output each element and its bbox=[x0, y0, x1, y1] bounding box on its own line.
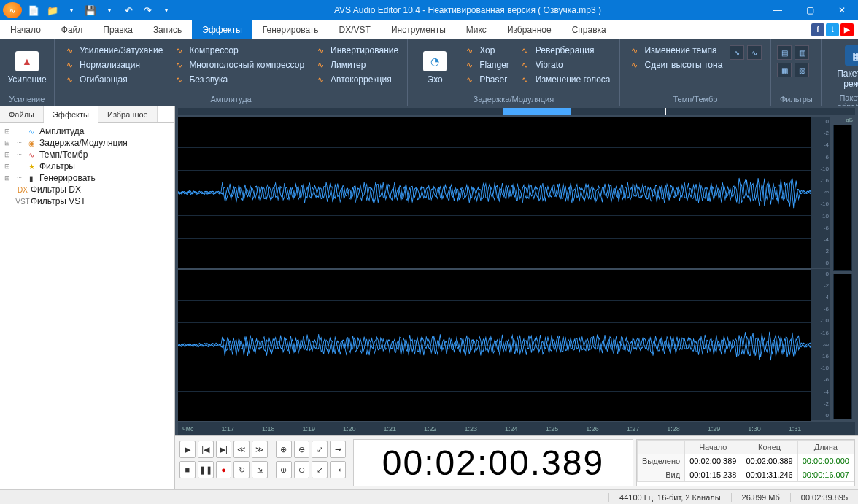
menu-файл[interactable]: Файл bbox=[51, 20, 93, 39]
qat-customize-icon[interactable]: ▾ bbox=[159, 3, 174, 18]
view-start[interactable]: 00:01:15.238 bbox=[685, 468, 741, 482]
sel-end[interactable]: 00:02:00.389 bbox=[741, 454, 797, 468]
menu-эффекты[interactable]: Эффекты bbox=[192, 20, 252, 39]
expand-icon[interactable]: ⊞ bbox=[3, 128, 12, 135]
menu-начало[interactable]: Начало bbox=[0, 20, 51, 39]
tempo-small-1-icon[interactable]: ∿ bbox=[730, 45, 744, 60]
prev-button[interactable]: |◀ bbox=[198, 441, 214, 458]
tempo-item[interactable]: ∿Сдвиг высоты тона bbox=[626, 58, 726, 71]
menu-микс[interactable]: Микс bbox=[456, 20, 497, 39]
tree-icon: ◉ bbox=[26, 138, 36, 148]
amplitude-item[interactable]: ∿Компрессор bbox=[170, 44, 307, 57]
zoom-out-button[interactable]: ⊖ bbox=[294, 441, 310, 458]
amplitude-item[interactable]: ∿Многополосный компрессор bbox=[170, 58, 307, 71]
overview-bar[interactable] bbox=[178, 108, 855, 115]
amplitude-item[interactable]: ∿Инвертирование bbox=[312, 44, 401, 57]
twitter-icon[interactable]: t bbox=[826, 23, 839, 36]
maximize-button[interactable]: ▢ bbox=[794, 0, 826, 20]
sel-start[interactable]: 00:02:00.389 bbox=[685, 454, 741, 468]
ffwd-button[interactable]: ≫ bbox=[252, 441, 268, 458]
stop-button[interactable]: ■ bbox=[179, 461, 196, 478]
filter-4-icon[interactable]: ▧ bbox=[795, 63, 809, 77]
ribbon-group-amplitude-label: Амплитуда bbox=[61, 93, 401, 106]
amplify-button[interactable]: ▲ Усиление bbox=[6, 42, 48, 93]
tree-node[interactable]: DXФильтры DX bbox=[1, 184, 173, 195]
record-button[interactable]: ● bbox=[216, 461, 232, 478]
expand-icon[interactable]: ⊞ bbox=[3, 139, 12, 147]
zoom-sel-button[interactable]: ⇥ bbox=[330, 441, 346, 458]
side-tab-1[interactable]: Эффекты bbox=[44, 106, 98, 123]
open-file-icon[interactable]: 📁 bbox=[45, 3, 60, 18]
vzoom-out-button[interactable]: ⊖ bbox=[294, 461, 310, 478]
pause-button[interactable]: ❚❚ bbox=[198, 461, 214, 478]
goto-button[interactable]: ⇲ bbox=[252, 461, 268, 478]
tempo-small-2-icon[interactable]: ∿ bbox=[747, 45, 762, 60]
new-file-icon[interactable]: 📄 bbox=[26, 3, 41, 18]
delay-item[interactable]: ∿Изменение голоса bbox=[517, 73, 614, 86]
amplitude-item[interactable]: ∿Нормализация bbox=[61, 58, 166, 71]
expand-icon[interactable]: ⊞ bbox=[3, 174, 12, 182]
delay-item[interactable]: ∿Реверберация bbox=[517, 44, 614, 57]
amplitude-item[interactable]: ∿Лимитер bbox=[312, 58, 401, 71]
tree-node[interactable]: ⊞⋯◉Задержка/Модуляция bbox=[1, 137, 173, 149]
undo-icon[interactable]: ↶ bbox=[121, 3, 136, 18]
amplitude-item[interactable]: ∿Без звука bbox=[170, 73, 307, 86]
tree-node[interactable]: ⊞⋯▮Генерировать bbox=[1, 172, 173, 184]
delay-item[interactable]: ∿Хор bbox=[460, 44, 512, 57]
next-button[interactable]: ▶| bbox=[216, 441, 232, 458]
vzoom-in-button[interactable]: ⊕ bbox=[276, 461, 292, 478]
delay-item[interactable]: ∿Flanger bbox=[460, 58, 512, 71]
vzoom-fit-button[interactable]: ⤢ bbox=[312, 461, 328, 478]
menu-инструменты[interactable]: Инструменты bbox=[381, 20, 456, 39]
expand-icon[interactable]: ⊞ bbox=[3, 151, 12, 158]
tree-node[interactable]: ⊞⋯∿Темп/Тембр bbox=[1, 149, 173, 160]
delay-item[interactable]: ∿Phaser bbox=[460, 73, 512, 86]
menu-справка[interactable]: Справка bbox=[562, 20, 617, 39]
amplitude-item[interactable]: ∿Автокоррекция bbox=[312, 73, 401, 86]
batch-mode-button[interactable]: ▦ Пакетный режим bbox=[827, 42, 858, 92]
filter-2-icon[interactable]: ▥ bbox=[795, 45, 809, 60]
youtube-icon[interactable]: ▶ bbox=[840, 23, 854, 36]
facebook-icon[interactable]: f bbox=[811, 23, 824, 36]
rewind-button[interactable]: ≪ bbox=[233, 441, 250, 458]
filter-3-icon[interactable]: ▦ bbox=[777, 63, 792, 77]
side-tab-0[interactable]: Файлы bbox=[0, 106, 44, 122]
vzoom-sel-button[interactable]: ⇥ bbox=[330, 461, 346, 478]
timeline-ruler[interactable]: чмс1:171:181:191:201:211:221:231:241:251… bbox=[178, 422, 855, 435]
tempo-item[interactable]: ∿Изменение темпа bbox=[626, 44, 726, 57]
echo-button[interactable]: ◔ Эхо bbox=[414, 42, 456, 93]
tree-node[interactable]: ⊞⋯∿Амплитуда bbox=[1, 125, 173, 137]
minimize-button[interactable]: — bbox=[762, 0, 794, 20]
menu-генерировать[interactable]: Генерировать bbox=[252, 20, 329, 39]
effect-icon: ∿ bbox=[463, 59, 475, 71]
tree-node[interactable]: VSTФильтры VST bbox=[1, 195, 173, 207]
view-end[interactable]: 00:01:31.246 bbox=[741, 468, 797, 482]
zoom-in-button[interactable]: ⊕ bbox=[276, 441, 292, 458]
ribbon-group-tempo: ∿Изменение темпа∿Сдвиг высоты тона ∿ ∿ Т… bbox=[620, 39, 772, 106]
expand-icon[interactable]: ⊞ bbox=[3, 163, 12, 170]
menu-запись[interactable]: Запись bbox=[143, 20, 192, 39]
loop-button[interactable]: ↻ bbox=[233, 461, 250, 478]
zoom-fit-button[interactable]: ⤢ bbox=[312, 441, 328, 458]
filter-1-icon[interactable]: ▤ bbox=[777, 45, 792, 60]
amplitude-item[interactable]: ∿Усиление/Затухание bbox=[61, 44, 166, 57]
close-button[interactable]: ✕ bbox=[826, 0, 858, 20]
menu-избранное[interactable]: Избранное bbox=[497, 20, 562, 39]
amplitude-item[interactable]: ∿Огибающая bbox=[61, 73, 166, 86]
effect-icon: ∿ bbox=[314, 59, 326, 71]
tree-node[interactable]: ⊞⋯★Фильтры bbox=[1, 160, 173, 172]
menu-dx/vst[interactable]: DX/VST bbox=[329, 20, 381, 39]
waveform-track-left[interactable] bbox=[178, 117, 811, 268]
save-icon[interactable]: 💾 bbox=[83, 3, 98, 18]
delay-item[interactable]: ∿Vibrato bbox=[517, 58, 614, 71]
qat-dropdown-2-icon[interactable]: ▾ bbox=[102, 3, 117, 18]
redo-icon[interactable]: ↷ bbox=[140, 3, 155, 18]
qat-dropdown-icon[interactable]: ▾ bbox=[64, 3, 79, 18]
status-bar: 44100 Гц, 16-бит, 2 Каналы 26.899 Мб 00:… bbox=[0, 489, 858, 504]
side-tab-2[interactable]: Избранное bbox=[98, 106, 158, 122]
play-button[interactable]: ▶ bbox=[179, 441, 196, 458]
view-len[interactable]: 00:00:16.007 bbox=[797, 468, 854, 482]
menu-правка[interactable]: Правка bbox=[93, 20, 143, 39]
sel-len[interactable]: 00:00:00.000 bbox=[797, 454, 854, 468]
waveform-track-right[interactable] bbox=[178, 270, 811, 422]
